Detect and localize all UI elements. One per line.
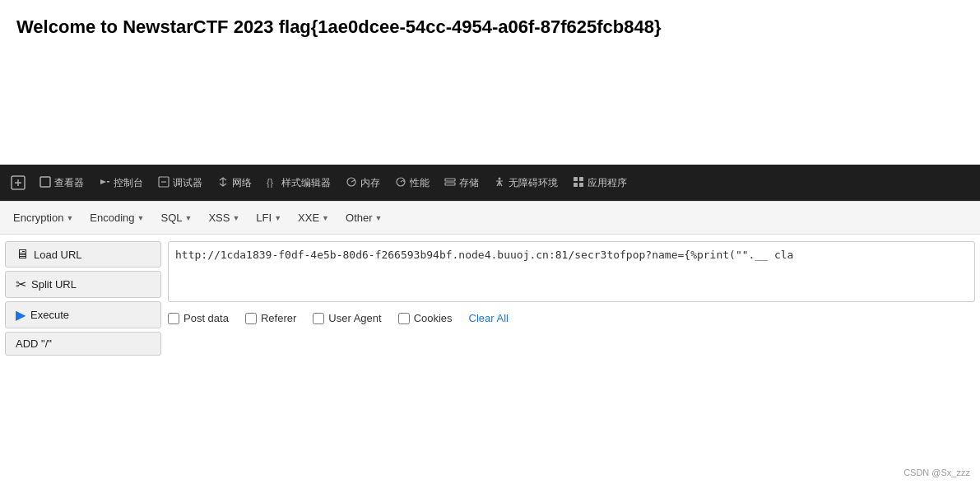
xxe-arrow-icon: ▼	[322, 214, 329, 222]
devtools-storage[interactable]: 存储	[438, 170, 485, 196]
clear-all-button[interactable]: Clear All	[469, 312, 509, 324]
storage-icon	[444, 176, 456, 190]
hackbar-content-row: 🖥 Load URL ✂ Split URL ▶ Execute ADD "/"	[0, 235, 980, 362]
debugger-icon	[158, 176, 170, 190]
accessibility-icon	[494, 176, 505, 190]
svg-point-11	[499, 177, 501, 179]
top-area: Welcome to NewstarCTF 2023 flag{1ae0dcee…	[0, 0, 980, 165]
svg-text:{}: {}	[267, 177, 273, 188]
application-icon	[573, 176, 584, 190]
svg-rect-1	[40, 177, 50, 187]
referer-checkbox[interactable]	[245, 313, 257, 324]
devtools-logo-icon[interactable]	[5, 170, 31, 196]
menu-encryption[interactable]: Encryption ▼	[5, 208, 81, 227]
menu-other[interactable]: Other ▼	[337, 208, 390, 227]
hackbar: Encryption ▼ Encoding ▼ SQL ▼ XSS ▼ LFI …	[0, 201, 980, 362]
post-data-checkbox[interactable]	[168, 313, 179, 324]
page-title: Welcome to NewstarCTF 2023 flag{1ae0dcee…	[16, 16, 661, 37]
devtools-style-editor[interactable]: {} 样式编辑器	[260, 170, 337, 196]
encryption-arrow-icon: ▼	[66, 214, 73, 222]
sql-arrow-icon: ▼	[185, 214, 193, 222]
devtools-network[interactable]: 网络	[211, 170, 258, 196]
devtools-memory[interactable]: 内存	[339, 170, 387, 196]
hackbar-options-row: Post data Referer User Agent Cookies Cle…	[168, 307, 975, 326]
svg-rect-9	[445, 179, 455, 181]
console-icon	[99, 176, 110, 190]
menu-sql[interactable]: SQL ▼	[152, 208, 200, 227]
load-url-icon: 🖥	[16, 247, 29, 262]
split-url-icon: ✂	[16, 277, 26, 292]
devtools-inspector[interactable]: 查看器	[33, 170, 91, 196]
svg-rect-10	[445, 183, 455, 185]
url-input[interactable]	[168, 241, 975, 302]
load-url-button[interactable]: 🖥 Load URL	[5, 241, 161, 268]
devtools-accessibility[interactable]: 无障碍环境	[487, 170, 564, 196]
svg-rect-15	[579, 183, 583, 187]
user-agent-checkbox[interactable]	[313, 313, 324, 324]
split-url-button[interactable]: ✂ Split URL	[5, 271, 161, 298]
devtools-console[interactable]: 控制台	[92, 170, 150, 196]
cookies-checkbox[interactable]	[398, 313, 410, 324]
lfi-arrow-icon: ▼	[274, 214, 281, 222]
execute-icon: ▶	[16, 307, 26, 323]
menu-encoding[interactable]: Encoding ▼	[81, 208, 152, 227]
cookies-option[interactable]: Cookies	[398, 312, 453, 324]
watermark: CSDN @Sx_zzz	[903, 468, 970, 477]
devtools-application[interactable]: 应用程序	[566, 170, 634, 196]
menu-xss[interactable]: XSS ▼	[200, 208, 248, 227]
user-agent-option[interactable]: User Agent	[313, 312, 381, 324]
add-slash-button[interactable]: ADD "/"	[5, 332, 161, 356]
svg-rect-12	[574, 177, 578, 181]
network-icon	[217, 176, 229, 190]
style-editor-icon: {}	[267, 176, 278, 190]
hackbar-left-buttons: 🖥 Load URL ✂ Split URL ▶ Execute ADD "/"	[5, 241, 161, 356]
encoding-arrow-icon: ▼	[137, 214, 145, 222]
hackbar-menu-row: Encryption ▼ Encoding ▼ SQL ▼ XSS ▼ LFI …	[0, 202, 980, 235]
performance-icon	[395, 176, 406, 190]
other-arrow-icon: ▼	[375, 214, 383, 222]
devtools-performance[interactable]: 性能	[388, 170, 436, 196]
svg-rect-14	[574, 183, 578, 187]
hackbar-url-area: Post data Referer User Agent Cookies Cle…	[168, 241, 975, 326]
post-data-option[interactable]: Post data	[168, 312, 229, 324]
menu-lfi[interactable]: LFI ▼	[248, 208, 290, 227]
svg-rect-13	[579, 177, 583, 181]
memory-icon	[346, 176, 357, 190]
svg-marker-2	[100, 179, 106, 184]
menu-xxe[interactable]: XXE ▼	[290, 208, 337, 227]
xss-arrow-icon: ▼	[232, 214, 239, 222]
svg-rect-3	[107, 181, 109, 183]
devtools-debugger[interactable]: 调试器	[151, 170, 209, 196]
devtools-bar: 查看器 控制台 调试器 网络 {} 样式编辑器 内存 性能	[0, 165, 980, 201]
inspector-icon	[39, 176, 51, 190]
execute-button[interactable]: ▶ Execute	[5, 301, 161, 328]
referer-option[interactable]: Referer	[245, 312, 296, 324]
